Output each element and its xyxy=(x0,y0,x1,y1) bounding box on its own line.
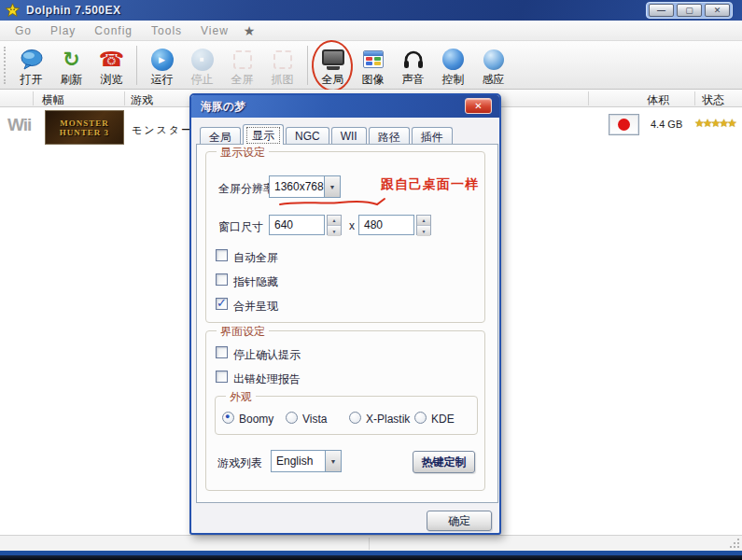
settings-dialog: 海豚の梦 ✕ 全局 显示 NGC WII 路径 插件 显示设定 全屏分辨率 13… xyxy=(189,93,501,535)
tab-focus-rectangle xyxy=(246,127,280,144)
sensor-icon xyxy=(483,47,504,73)
checkbox-render-to-main[interactable]: ✓ xyxy=(216,298,228,310)
window-title: Dolphin 7.500EX xyxy=(26,4,121,17)
tab-wii[interactable]: WII xyxy=(331,127,367,145)
radio-theme-kde[interactable] xyxy=(414,412,427,424)
resize-grip[interactable] xyxy=(730,539,739,548)
menu-star-icon[interactable]: ★ xyxy=(238,23,261,38)
column-header-size[interactable]: 体积 xyxy=(647,92,669,108)
game-banner: MONSTER HUNTER 3 xyxy=(45,110,124,145)
menu-view[interactable]: View xyxy=(191,24,238,37)
toolbar-label: 刷新 xyxy=(61,73,83,86)
window-width-field[interactable]: 640 xyxy=(269,215,325,235)
toolbar-label: 全屏 xyxy=(231,73,254,86)
banner-text: MONSTER HUNTER 3 xyxy=(52,119,118,137)
platform-label: Wii xyxy=(7,115,31,135)
window-controls: — ▢ ✕ xyxy=(646,2,733,19)
resolution-value: 1360x768 xyxy=(270,180,324,193)
toolbar-button-controllers[interactable]: 控制 xyxy=(433,43,473,88)
toolbar-button-open[interactable]: 打开 xyxy=(11,43,51,88)
phone-icon: ☎ xyxy=(99,47,124,73)
menu-bar: Go Play Config Tools View ★ xyxy=(0,21,742,41)
toolbar-label: 声音 xyxy=(402,73,425,86)
play-icon: ▶ xyxy=(151,47,174,73)
toolbar-button-fullscreen: 全屏 xyxy=(222,43,262,88)
window-height-field[interactable]: 480 xyxy=(358,215,414,235)
status-bar xyxy=(0,535,742,551)
checkbox-error-report[interactable] xyxy=(216,371,228,383)
toolbar-label: 浏览 xyxy=(101,73,123,86)
column-header-game[interactable]: 游戏 xyxy=(131,92,153,108)
checkbox-auto-fullscreen[interactable] xyxy=(216,249,228,261)
game-size: 4.4 GB xyxy=(651,119,682,130)
column-header-banner[interactable]: 横幅 xyxy=(42,92,64,108)
radio-theme-boomy[interactable]: ● xyxy=(222,412,234,424)
refresh-icon: ↻ xyxy=(63,47,79,73)
stop-icon: ■ xyxy=(191,47,214,73)
column-separator xyxy=(694,91,695,105)
checkbox-hide-cursor[interactable] xyxy=(216,273,228,286)
tab-plugins[interactable]: 插件 xyxy=(412,127,453,145)
tab-general[interactable]: 全局 xyxy=(200,127,241,145)
close-button[interactable]: ✕ xyxy=(705,4,730,17)
resolution-dropdown[interactable]: 1360x768 ▼ xyxy=(269,175,341,198)
radio-theme-xplastik[interactable] xyxy=(349,412,361,424)
resolution-label: 全屏分辨率 xyxy=(218,181,274,197)
checkbox-label: 合并呈现 xyxy=(233,299,278,315)
tab-paths[interactable]: 路径 xyxy=(369,127,410,145)
chat-bubble-icon xyxy=(20,47,44,73)
column-header-status[interactable]: 状态 xyxy=(702,92,724,108)
radio-label: Vista xyxy=(302,413,327,426)
height-stepper[interactable]: ▲ ▼ xyxy=(416,215,431,235)
spin-down-icon[interactable]: ▼ xyxy=(328,226,341,236)
fullscreen-icon xyxy=(233,47,252,73)
spin-up-icon[interactable]: ▲ xyxy=(417,216,430,226)
radio-theme-vista[interactable] xyxy=(286,412,298,424)
maximize-button[interactable]: ▢ xyxy=(677,4,702,17)
hotkey-config-button[interactable]: 热键定制 xyxy=(413,451,475,473)
check-icon: ✓ xyxy=(217,296,227,310)
toolbar-divider xyxy=(136,46,137,85)
checkbox-confirm-stop[interactable] xyxy=(216,346,228,358)
chevron-down-icon[interactable]: ▼ xyxy=(324,176,340,197)
language-value: English xyxy=(272,455,325,468)
tab-ngc[interactable]: NGC xyxy=(286,127,329,145)
toolbar-button-wiimote[interactable]: 感应 xyxy=(473,43,513,88)
dialog-close-button[interactable]: ✕ xyxy=(465,98,492,114)
toolbar-button-graphics[interactable]: 图像 xyxy=(353,43,393,88)
dialog-titlebar[interactable]: 海豚の梦 xyxy=(191,95,499,118)
toolbar-button-run[interactable]: ▶ 运行 xyxy=(142,43,182,88)
spin-down-icon[interactable]: ▼ xyxy=(417,226,430,236)
menu-tools[interactable]: Tools xyxy=(142,24,191,37)
window-titlebar[interactable]: Dolphin 7.500EX — ▢ ✕ xyxy=(0,0,742,21)
menu-config[interactable]: Config xyxy=(85,24,142,37)
toolbar-button-screenshot: 抓图 xyxy=(262,43,302,88)
group-title: 显示设定 xyxy=(217,145,269,161)
toolbar-button-global-config[interactable]: 全局 xyxy=(313,43,353,88)
chevron-down-icon[interactable]: ▼ xyxy=(325,451,341,471)
width-stepper[interactable]: ▲ ▼ xyxy=(327,215,342,235)
screenshot-icon xyxy=(273,47,292,73)
toolbar-button-browse[interactable]: ☎ 浏览 xyxy=(91,43,132,88)
checkbox-label: 出错处理报告 xyxy=(233,371,301,387)
minimize-button[interactable]: — xyxy=(649,4,674,17)
ok-button[interactable]: 确定 xyxy=(427,511,492,531)
globe-icon xyxy=(442,47,464,73)
toolbar-button-stop: ■ 停止 xyxy=(182,43,222,88)
toolbar-button-refresh[interactable]: ↻ 刷新 xyxy=(51,43,91,88)
column-separator xyxy=(33,91,34,105)
tab-display[interactable]: 显示 xyxy=(243,124,284,145)
toolbar-button-sound[interactable]: 声音 xyxy=(393,43,433,88)
multiply-sign: x xyxy=(349,219,355,232)
menu-go[interactable]: Go xyxy=(6,24,41,37)
spin-up-icon[interactable]: ▲ xyxy=(328,216,341,226)
toolbar-label: 运行 xyxy=(151,73,174,86)
app-star-icon xyxy=(5,3,21,18)
column-separator xyxy=(588,91,589,105)
menu-play[interactable]: Play xyxy=(41,24,85,37)
dialog-tab-strip: 全局 显示 NGC WII 路径 插件 xyxy=(200,124,455,145)
checkbox-label: 停止确认提示 xyxy=(233,347,301,363)
toolbar-label: 抓图 xyxy=(272,73,294,86)
game-list-language-dropdown[interactable]: English ▼ xyxy=(271,450,342,472)
toolbar-grip[interactable] xyxy=(4,47,7,84)
